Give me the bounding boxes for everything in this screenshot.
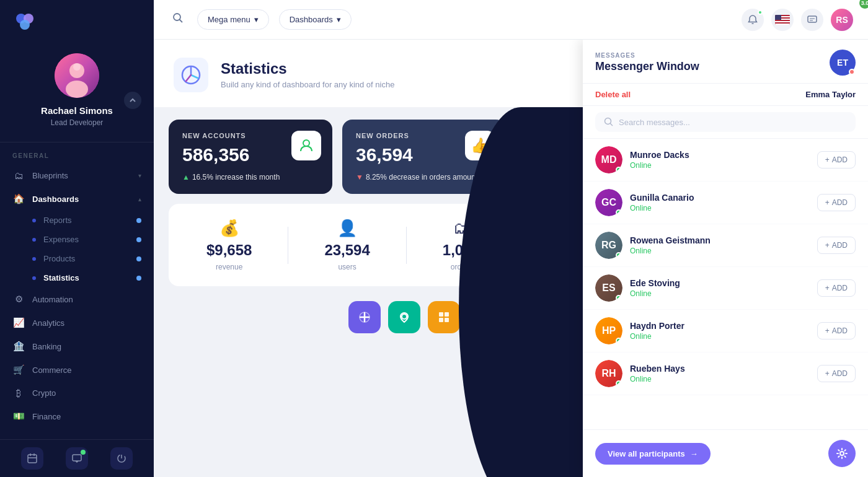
add-gunilla-button[interactable]: + ADD [817,194,856,211]
orders-label: orders [451,263,472,271]
sidebar-item-crypto[interactable]: ₿ Crypto [0,382,154,405]
add-action-button[interactable] [348,301,381,333]
contact-ede[interactable]: ES Ede Stoving Online + ADD [583,267,868,310]
munroe-online-dot [616,167,622,173]
finance-label: Finance [32,412,141,421]
sidebar: 3.0 [0,0,154,477]
calendar-button[interactable] [21,447,43,470]
view-all-participants-button[interactable]: View all participants → [595,443,711,465]
contact-gunilla[interactable]: GC Gunilla Canario Online + ADD [583,182,868,224]
sidebar-item-commerce[interactable]: 🛒 Commerce [0,358,154,382]
page-title: Statistics [221,60,394,77]
svg-rect-17 [808,16,817,22]
search-messages-input[interactable] [619,118,847,127]
ede-status: Online [630,289,810,298]
statistics-bullet [32,276,36,280]
metric-revenue: 💰 $9,658 revenue [206,219,252,271]
profile-chevron-button[interactable] [124,92,141,109]
contact-rowena[interactable]: RG Rowena Geistmann Online + ADD [583,224,868,267]
svg-line-33 [610,123,613,126]
add-munroe-label: ADD [832,155,848,164]
rueben-info: Rueben Hays Online [630,364,810,383]
messages-button[interactable] [66,447,88,470]
sidebar-item-finance[interactable]: 💵 Finance [0,405,154,428]
analytics-icon: 📈 [12,317,25,328]
mega-menu-button[interactable]: Mega menu ▾ [197,9,269,30]
bell-icon [747,14,758,25]
us-flag-icon [775,15,790,25]
rowena-info: Rowena Geistmann Online [630,235,810,255]
contact-haydn[interactable]: HP Haydn Porter Online + ADD [583,310,868,352]
svg-rect-28 [439,312,443,317]
svg-point-6 [73,63,81,71]
avatar-svg [55,53,99,98]
settings-button[interactable] [828,440,856,467]
sidebar-item-expenses[interactable]: Expenses [0,230,154,249]
flag-button[interactable] [771,9,794,31]
stats-title-block: Statistics Build any kind of dashboard f… [221,60,394,89]
munroe-info: Munroe Dacks Online [630,150,810,170]
munroe-avatar: MD [595,146,622,173]
chat-button[interactable] [801,9,823,31]
user-icon [298,138,314,154]
add-munroe-button[interactable]: + ADD [817,151,856,168]
svg-rect-7 [28,455,37,463]
products-bullet [32,257,36,261]
add-ede-label: ADD [832,284,848,292]
delete-all-button[interactable]: Delete all [595,90,631,99]
table-action-button[interactable] [428,301,460,333]
reports-dot [136,218,141,223]
messenger-title: Messenger Window [595,60,699,73]
search-input-wrapper [595,112,856,132]
sidebar-item-analytics[interactable]: 📈 Analytics [0,311,154,335]
sidebar-item-reports[interactable]: Reports [0,211,154,230]
sidebar-item-banking[interactable]: 🏦 Banking [0,335,154,358]
automation-label: Automation [32,295,141,304]
user-avatar-button[interactable]: RS [831,9,853,31]
gunilla-name: Gunilla Canario [630,193,810,203]
sidebar-bottom-bar [0,439,154,477]
sidebar-profile: Rachael Simons Lead Developer [0,41,154,142]
expenses-dot [136,237,141,242]
metric-divider-1 [288,227,288,264]
reports-bullet [32,219,36,222]
messenger-contacts-list: MD Munroe Dacks Online + ADD GC [583,139,868,429]
rowena-status: Online [630,247,810,255]
contact-munroe[interactable]: MD Munroe Dacks Online + ADD [583,139,868,182]
sidebar-item-products[interactable]: Products [0,249,154,268]
revenue-label: revenue [216,263,242,271]
add-rueben-button[interactable]: + ADD [817,365,856,382]
sidebar-item-blueprints[interactable]: 🗂 Blueprints ▾ [0,164,154,187]
rueben-online-dot [616,380,622,387]
stats-icon-box [174,58,208,92]
topbar: Mega menu ▾ Dashboards ▾ [154,0,868,40]
ede-name: Ede Stoving [630,278,810,288]
view-all-arrow-icon: → [690,449,698,458]
messenger-user-avatar[interactable]: ET [830,50,856,76]
add-rowena-plus: + [825,241,830,250]
reports-label: Reports [43,216,72,225]
gunilla-online-dot [616,209,622,216]
svg-line-15 [180,20,183,23]
add-rueben-plus: + [825,369,830,378]
svg-rect-31 [445,318,449,322]
metric-divider-2 [406,227,407,264]
current-user-label: Emma Taylor [805,90,856,99]
power-button[interactable] [110,447,133,470]
grid-icon [437,310,451,324]
sidebar-item-statistics[interactable]: Statistics [0,268,154,287]
dashboards-menu-button[interactable]: Dashboards ▾ [279,9,352,30]
search-button[interactable] [169,9,187,30]
dashboards-label: Dashboards [32,195,131,204]
sidebar-item-dashboards[interactable]: 🏠 Dashboards ▴ [0,187,154,211]
location-action-button[interactable] [388,301,420,333]
add-haydn-button[interactable]: + ADD [817,322,856,339]
notifications-button[interactable] [742,9,764,31]
add-rowena-button[interactable]: + ADD [817,237,856,254]
svg-point-14 [174,14,180,20]
add-ede-button[interactable]: + ADD [817,279,856,297]
main-content: Mega menu ▾ Dashboards ▾ [154,0,868,477]
sidebar-item-automation[interactable]: ⚙ Automation [0,287,154,311]
haydn-online-dot [616,338,622,344]
contact-rueben[interactable]: RH Rueben Hays Online + ADD [583,352,868,395]
